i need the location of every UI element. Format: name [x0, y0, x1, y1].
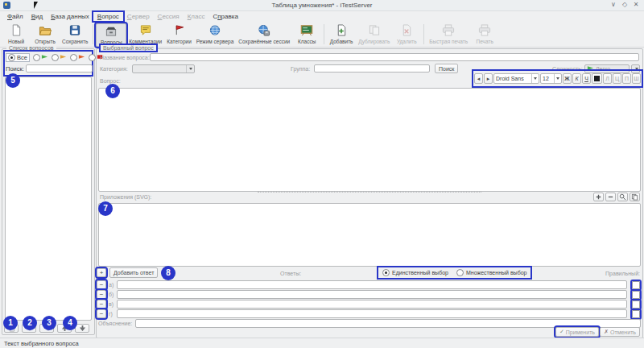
correct-label: Правильный:: [605, 271, 640, 276]
menu-question[interactable]: Вопрос: [93, 12, 123, 21]
questions-icon: [104, 25, 118, 39]
text-color-button[interactable]: [592, 73, 602, 84]
easy-flag-icon: [41, 54, 48, 62]
bold-button[interactable]: Ж: [563, 73, 572, 84]
filter-hard-radio[interactable]: [70, 54, 85, 62]
remove-attachment-button[interactable]: [605, 193, 616, 201]
font-size-combo[interactable]: 12: [540, 73, 562, 84]
toolbar-separator: [423, 24, 424, 44]
save-button[interactable]: Сохранить: [60, 23, 90, 45]
remove-answer-button[interactable]: −: [97, 280, 106, 289]
splitter-handle[interactable]: [258, 192, 481, 193]
radio-icon: [89, 54, 96, 61]
filter-easy-radio[interactable]: [33, 54, 48, 62]
check-icon: ✓: [559, 329, 564, 335]
radio-icon: [33, 54, 40, 61]
status-bar: Текст выбранного вопроса: [0, 338, 644, 348]
plus-icon: [595, 193, 602, 201]
minimize-button[interactable]: ∨: [609, 1, 618, 8]
question-name-input[interactable]: [150, 53, 639, 61]
answer-input[interactable]: [117, 309, 627, 318]
single-choice-radio[interactable]: Единственный выбор: [382, 269, 448, 276]
add-attachment-button[interactable]: [593, 193, 604, 201]
menu-help[interactable]: Справка: [208, 12, 242, 21]
group-input[interactable]: [314, 64, 430, 72]
add-icon: [334, 24, 349, 38]
question-search-input[interactable]: [26, 64, 93, 72]
saved-sessions-button[interactable]: Сохранённые сессии: [236, 23, 292, 45]
add-question-button[interactable]: Добавить: [327, 23, 356, 45]
categories-button[interactable]: Категории: [164, 23, 194, 45]
move-down-button[interactable]: [75, 324, 89, 333]
correct-checkbox[interactable]: [632, 281, 640, 289]
align-left-button[interactable]: Л: [603, 73, 612, 84]
format-toolbar: ◂ ▸ Droid Sans 12 Ж К Ч Л Ц П Ш: [473, 71, 642, 86]
answer-input[interactable]: [117, 290, 627, 299]
remove-answer-button[interactable]: −: [97, 300, 106, 309]
menu-bar: Файл Вид База данных Вопрос Сервер Сесси…: [0, 10, 644, 23]
group-search-button[interactable]: Поиск: [435, 64, 458, 73]
save-icon: [68, 24, 82, 38]
undo-icon[interactable]: ◂: [474, 73, 483, 84]
toolbar-separator: [324, 24, 324, 44]
menu-database[interactable]: База данных: [47, 12, 93, 21]
attachment-area[interactable]: [98, 203, 641, 267]
title-bar: Таблица умножения* - iTestServer ∨ ◇ ✕: [0, 0, 644, 11]
view-attachment-button[interactable]: [617, 193, 628, 201]
new-button[interactable]: Новый: [2, 23, 31, 45]
open-button[interactable]: Открыть: [31, 23, 60, 45]
multiple-choice-radio[interactable]: Множественный выбор: [456, 269, 527, 276]
underline-button[interactable]: Ч: [582, 73, 591, 84]
apply-button[interactable]: ✓ Применить: [555, 327, 599, 337]
correct-checkbox[interactable]: [632, 300, 640, 309]
annotation-circle-1: 1: [3, 316, 18, 330]
remove-answer-button[interactable]: −: [97, 309, 106, 318]
comments-icon: [138, 24, 153, 38]
question-text-label: Вопрос:: [100, 78, 121, 84]
radio-icon: [8, 54, 15, 61]
answer-input[interactable]: [117, 280, 627, 289]
align-center-button[interactable]: Ц: [613, 73, 621, 84]
explanation-label: Объяснение:: [98, 321, 132, 326]
add-answer-button[interactable]: Добавить ответ: [109, 267, 158, 278]
remove-answer-button[interactable]: −: [97, 290, 106, 299]
redo-icon[interactable]: ▸: [484, 73, 493, 84]
medium-flag-icon: [60, 54, 67, 62]
answer-input[interactable]: [117, 300, 627, 309]
correct-checkbox[interactable]: [632, 291, 640, 299]
answer-row: − б): [97, 290, 642, 299]
server-mode-icon: [208, 24, 222, 38]
menu-view[interactable]: Вид: [27, 12, 47, 21]
radio-icon: [52, 54, 59, 61]
print-button: Печать: [470, 23, 499, 45]
classes-button[interactable]: Классы: [292, 23, 321, 45]
font-family-combo[interactable]: Droid Sans: [493, 73, 539, 84]
questions-button[interactable]: Вопросы: [96, 23, 126, 47]
category-combo[interactable]: [132, 64, 195, 73]
hard-flag-icon: [78, 54, 85, 62]
annotation-circle-4: 4: [63, 316, 77, 330]
chevron-down-icon: [554, 74, 561, 83]
align-justify-button[interactable]: Ш: [632, 73, 641, 84]
quick-print-icon: [441, 24, 456, 38]
menu-file[interactable]: Файл: [3, 12, 27, 21]
export-attachment-button[interactable]: [630, 193, 640, 201]
question-text-area[interactable]: [98, 88, 641, 192]
server-mode-button[interactable]: Режим сервера: [194, 23, 237, 45]
italic-button[interactable]: К: [572, 73, 581, 84]
question-listbox[interactable]: [5, 77, 92, 321]
filter-all-radio[interactable]: Все: [6, 53, 30, 62]
close-button[interactable]: ✕: [631, 1, 641, 8]
menu-class: Класс: [184, 12, 209, 21]
annotation-circle-7: 7: [98, 201, 113, 216]
align-right-button[interactable]: П: [622, 73, 631, 84]
delete-icon: [399, 24, 414, 38]
maximize-button[interactable]: ◇: [620, 1, 630, 8]
categories-icon: [172, 24, 187, 38]
comments-button[interactable]: Комментарии: [126, 23, 164, 45]
filter-medium-radio[interactable]: [52, 54, 67, 62]
cancel-button[interactable]: ✗ Отменить: [600, 327, 640, 337]
category-label: Категория:: [100, 66, 128, 72]
add-answer-plus-button[interactable]: +: [97, 268, 106, 277]
correct-checkbox[interactable]: [632, 310, 640, 318]
